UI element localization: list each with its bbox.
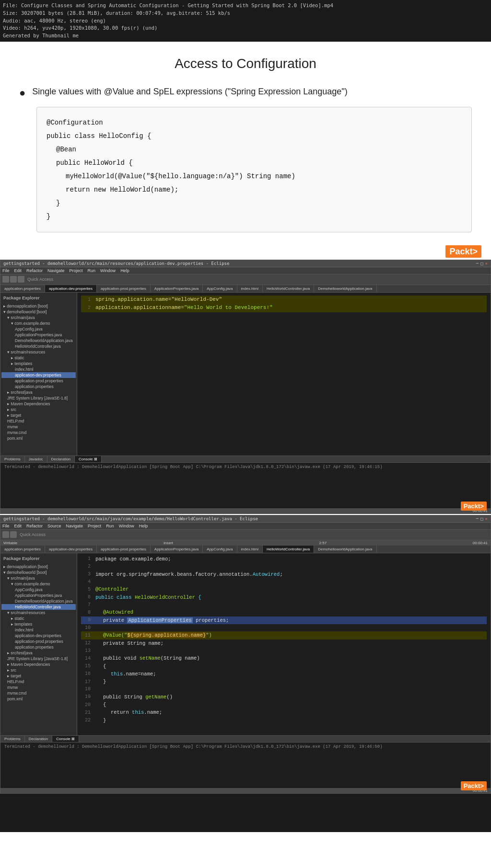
sidebar-item2-srcmainjava[interactable]: ▾ src/main/java [1, 575, 76, 581]
sidebar-item-demoapplication[interactable]: ▸ demoapplication [boot] [1, 303, 76, 309]
sidebar-item2-jresystem[interactable]: JRE System Library [JavaSE-1.8] [1, 656, 76, 662]
sidebar-item-appconfig1[interactable]: AppConfig.java [1, 326, 76, 332]
sidebar-item-static1[interactable]: ▸ static [1, 355, 76, 361]
editor-content-2[interactable]: 1 package com.example.demo; 2 3 import o… [77, 553, 491, 735]
sidebar-item2-appprodprops[interactable]: application-prod.properties [1, 639, 76, 644]
sidebar-item-appprops1[interactable]: ApplicationProperties.java [1, 332, 76, 338]
sidebar-item2-hwcontroller[interactable]: HelloWorldController.java [1, 604, 76, 610]
sidebar-item-pomxml1[interactable]: pom.xml [1, 435, 76, 441]
menu-help-2[interactable]: Help [139, 524, 148, 528]
sidebar-item-appprodprops1[interactable]: application-prod.properties [1, 378, 76, 384]
tab2-problems[interactable]: Problems [0, 736, 25, 742]
sidebar-item2-demoapplication[interactable]: ▸ demoapplication [boot] [1, 564, 76, 570]
sidebar-item-appprops2[interactable]: application.properties [1, 384, 76, 389]
menu-refactor-2[interactable]: Refactor [26, 524, 43, 528]
sidebar-item2-pomxml[interactable]: pom.xml [1, 696, 76, 702]
sidebar-item-appdevprops1[interactable]: application-dev.properties [1, 372, 76, 378]
tab-app-dev-props[interactable]: application-dev.properties [45, 285, 97, 292]
menu-help-1[interactable]: Help [120, 268, 129, 273]
eclipse-window-controls-2[interactable]: ─ □ ✕ [476, 516, 488, 521]
tab2-app-props[interactable]: application.properties [0, 546, 45, 553]
tab-javadoc-1[interactable]: Javadoc [25, 456, 47, 462]
sidebar-item-srcmainresources1[interactable]: ▾ src/main/resources [1, 349, 76, 355]
tab2-app-dev-props[interactable]: application-dev.properties [45, 546, 97, 553]
menu-source-2[interactable]: Source [47, 524, 61, 528]
sidebar-item2-appprops[interactable]: ApplicationProperties.java [1, 593, 76, 598]
tab-index[interactable]: index.html [237, 285, 263, 292]
menu-project-2[interactable]: Project [88, 524, 101, 528]
sidebar-item2-srcmainresources[interactable]: ▾ src/main/resources [1, 610, 76, 616]
tab-console-1[interactable]: Console ⊠ [75, 456, 102, 462]
tab2-console[interactable]: Console ⊠ [52, 736, 79, 742]
menu-navigate-2[interactable]: Navigate [66, 524, 83, 528]
sidebar-item-indexhtml1[interactable]: index.html [1, 366, 76, 372]
menu-edit-1[interactable]: Edit [14, 268, 22, 273]
tab-problems-1[interactable]: Problems [0, 456, 25, 462]
sidebar-item-src1[interactable]: ▸ src [1, 407, 76, 412]
menu-window-1[interactable]: Window [100, 268, 116, 273]
sidebar-item-comexampledemo[interactable]: ▾ com.example.demo [1, 320, 76, 326]
sidebar-item-demohelloworld[interactable]: ▾ demohelloworld [boot] [1, 309, 76, 315]
toolbar-icon-1[interactable] [2, 276, 9, 283]
tab2-declaration[interactable]: Declaration [25, 736, 52, 742]
tab2-index[interactable]: index.html [237, 546, 263, 553]
tab-app-props-java[interactable]: ApplicationProperties.java [151, 285, 203, 292]
quick-access-2[interactable]: Quick Access [20, 532, 46, 537]
sidebar-item-mvnwcmd1[interactable]: mvnw.cmd [1, 430, 76, 435]
sidebar-item-mvnw1[interactable]: mvnw [1, 424, 76, 430]
menu-window-2[interactable]: Window [119, 524, 134, 528]
sidebar-item2-target[interactable]: ▸ target [1, 673, 76, 679]
sidebar-item2-appdevprops[interactable]: application-dev.properties [1, 633, 76, 639]
sidebar-item-hwcontroller1[interactable]: HelloWorldController.java [1, 343, 76, 349]
sidebar-item-demoapp1[interactable]: DemohelloworldApplication.java [1, 338, 76, 343]
menu-run-2[interactable]: Run [106, 524, 114, 528]
toolbar-icon-5[interactable] [10, 531, 17, 538]
sidebar-item2-mvnw[interactable]: mvnw [1, 685, 76, 690]
sidebar-item-srcmainjava[interactable]: ▾ src/main/java [1, 315, 76, 320]
tab-demohello[interactable]: DemohelloworldApplication.java [314, 285, 376, 292]
sidebar-item-target1[interactable]: ▸ target [1, 412, 76, 418]
sidebar-item2-src[interactable]: ▸ src [1, 667, 76, 673]
tab2-hwcontroller[interactable]: HelloWorldController.java [263, 546, 314, 553]
sidebar-item-mavendeps1[interactable]: ▸ Maven Dependencies [1, 401, 76, 407]
eclipse-window-controls-1[interactable]: ─ □ ✕ [476, 261, 488, 266]
tab-declaration-1[interactable]: Declaration [47, 456, 75, 462]
toolbar-icon-4[interactable] [2, 531, 9, 538]
sidebar-item2-demoapp[interactable]: DemohelloworldApplication.java [1, 598, 76, 604]
menu-file-2[interactable]: File [2, 524, 10, 528]
menu-project-1[interactable]: Project [70, 268, 83, 273]
eclipse-window-2: gettingstarted - demohelloworld/src/main… [0, 515, 491, 794]
menu-file-1[interactable]: File [2, 268, 10, 273]
menu-edit-2[interactable]: Edit [14, 524, 22, 528]
sidebar-item2-mavendeps[interactable]: ▸ Maven Dependencies [1, 662, 76, 667]
sidebar-item2-srctestjava[interactable]: ▸ src/test/java [1, 650, 76, 656]
sidebar-item2-static[interactable]: ▸ static [1, 616, 76, 621]
sidebar-item2-templates[interactable]: ▸ templates [1, 621, 76, 627]
menu-refactor-1[interactable]: Refactor [26, 268, 43, 273]
tab2-appprops-java[interactable]: ApplicationProperties.java [151, 546, 203, 553]
sidebar-item2-indexhtml[interactable]: index.html [1, 627, 76, 633]
tab-hwcontroller[interactable]: HelloWorldController.java [263, 285, 314, 292]
toolbar-icon-2[interactable] [10, 276, 17, 283]
toolbar-icon-3[interactable] [18, 276, 24, 283]
tab-appconfig[interactable]: AppConfig.java [203, 285, 237, 292]
sidebar-item-templates1[interactable]: ▸ templates [1, 361, 76, 366]
sidebar-item2-appconfig[interactable]: AppConfig.java [1, 587, 76, 593]
sidebar-item2-appprops2[interactable]: application.properties [1, 644, 76, 650]
tab2-app-prod-props[interactable]: application-prod.properties [97, 546, 151, 553]
sidebar-item2-mvnwcmd[interactable]: mvnw.cmd [1, 690, 76, 696]
tab2-demohello[interactable]: DemohelloworldApplication.java [314, 546, 376, 553]
menu-navigate-1[interactable]: Navigate [47, 268, 65, 273]
sidebar-item2-comexampledemo[interactable]: ▾ com.example.demo [1, 581, 76, 587]
quick-access-1[interactable]: Quick Access [27, 277, 53, 282]
sidebar-item-srctestjava1[interactable]: ▸ src/test/java [1, 389, 76, 395]
menu-run-1[interactable]: Run [88, 268, 96, 273]
editor-content-1[interactable]: 1 spring.application.name="HelloWorld-De… [77, 293, 491, 456]
tab2-appconfig[interactable]: AppConfig.java [203, 546, 237, 553]
sidebar-item-jresystem1[interactable]: JRE System Library [JavaSE-1.8] [1, 395, 76, 401]
tab-app-props[interactable]: application.properties [0, 285, 45, 292]
sidebar-item2-demohelloworld[interactable]: ▾ demohelloworld [boot] [1, 570, 76, 575]
sidebar-item2-helpmd[interactable]: HELP.md [1, 679, 76, 685]
tab-app-prod-props[interactable]: application-prod.properties [97, 285, 151, 292]
sidebar-item-helpmd1[interactable]: HELP.md [1, 418, 76, 424]
